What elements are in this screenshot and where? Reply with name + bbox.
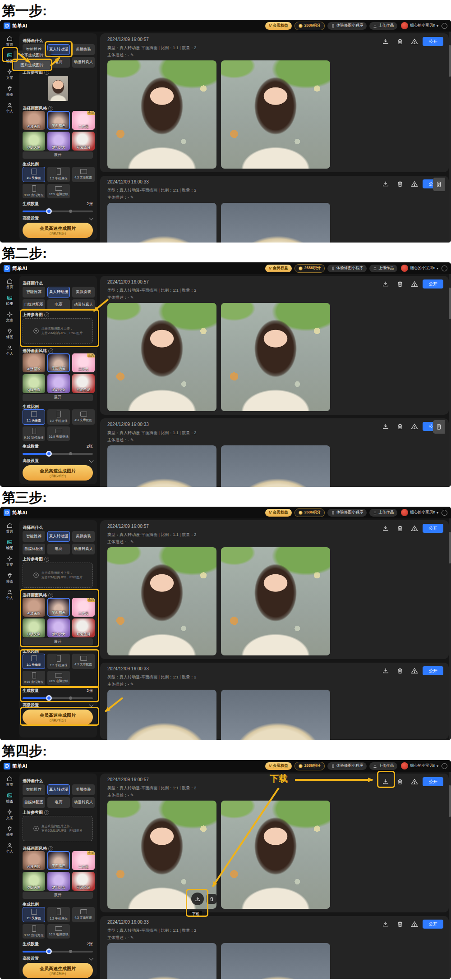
points-button[interactable]: 2686积分 [295, 762, 325, 770]
ratio-button-1-1[interactable]: 1:1 头像图 [23, 167, 45, 182]
report-button[interactable] [411, 423, 418, 430]
style-thumb-christmas[interactable]: 可爱圣诞 [72, 374, 95, 393]
ratio-button-16-9[interactable]: 16:9 电脑壁纸 [47, 184, 70, 198]
sidebar-item-draw[interactable]: 绘图 [0, 293, 19, 307]
choose-button-anime-to-real[interactable]: 动漫转真人 [72, 797, 95, 808]
sidebar-item-home[interactable]: 首页 [0, 34, 19, 48]
download-button[interactable] [382, 38, 389, 45]
sidebar-item-profile[interactable]: 个人 [0, 343, 19, 357]
sidebar-item-profile[interactable]: 个人 [0, 588, 19, 602]
edit-icon[interactable]: ✎ [130, 295, 134, 300]
choose-button-ecommerce[interactable]: 电商 [47, 299, 70, 310]
member-benefits-button[interactable]: V会员权益 [265, 265, 292, 272]
ratio-button-4-3[interactable]: 4:3 文章配图 [72, 167, 95, 182]
generated-image[interactable] [107, 445, 216, 487]
chevron-down-icon[interactable]: ▾ [437, 24, 438, 28]
logout-icon[interactable] [442, 266, 447, 271]
logout-icon[interactable] [442, 763, 447, 769]
generated-image[interactable] [221, 203, 330, 243]
choose-button-media[interactable]: 自媒体配图 [23, 544, 45, 554]
sidebar-item-home[interactable]: 首页 [0, 277, 19, 291]
report-button[interactable] [411, 667, 418, 674]
edit-icon[interactable]: ✎ [130, 935, 134, 940]
style-thumb-flat-illustration[interactable]: 平面插画 [47, 851, 70, 870]
sidebar-item-profile[interactable]: 个人 [0, 101, 19, 115]
choose-button-beauty[interactable]: 美颜换装 [72, 531, 95, 542]
publish-button[interactable]: 公开 [423, 920, 443, 929]
style-thumb-christmas[interactable]: 可爱圣诞 [72, 872, 95, 891]
scrollbar[interactable] [449, 32, 451, 243]
style-thumb-flat-illustration[interactable]: 平面插画 [47, 111, 70, 130]
edit-icon[interactable]: ✎ [130, 438, 134, 442]
choose-button-real-to-anime[interactable]: 真人转动漫 [47, 531, 70, 542]
generate-button[interactable]: 会员高速生成图片(消耗2积分) [23, 963, 93, 978]
choose-button-beauty[interactable]: 美颜换装 [72, 44, 95, 55]
chevron-down-icon[interactable]: ▾ [437, 764, 438, 768]
style-thumb-dream-girl[interactable]: 梦幻少女 [47, 132, 70, 151]
expand-styles-button[interactable]: 展开 [23, 151, 93, 159]
ratio-button-4-3[interactable]: 4:3 文章配图 [72, 409, 95, 425]
miniapp-button[interactable]: 体验修图小程序 [327, 509, 367, 517]
generated-image[interactable] [221, 445, 330, 487]
expand-styles-button[interactable]: 展开 [23, 892, 93, 899]
style-thumb-ai-comic[interactable]: AI漫画脸 [23, 353, 45, 372]
delete-button[interactable] [396, 667, 404, 674]
points-button[interactable]: 2686积分 [295, 22, 325, 30]
chevron-down-icon[interactable]: ▾ [437, 266, 438, 270]
delete-button[interactable] [396, 920, 404, 928]
style-thumb-q-avatar[interactable]: Q版头像 [23, 374, 45, 393]
avatar[interactable] [401, 22, 408, 29]
choose-button-smart[interactable]: 智能推荐 [23, 287, 45, 298]
scrollbar[interactable] [449, 274, 451, 487]
sidebar-item-draw[interactable]: 绘图 [0, 538, 19, 552]
ratio-button-9-16[interactable]: 9:16 宣传海报 [23, 426, 45, 441]
choose-button-media[interactable]: 自媒体配图 [23, 299, 45, 310]
choose-button-beauty[interactable]: 美颜换装 [72, 784, 95, 795]
generated-image[interactable] [221, 547, 330, 655]
style-thumb-dream-girl[interactable]: 梦幻少女 [47, 872, 70, 891]
report-button[interactable] [411, 180, 418, 188]
sidebar-item-profile[interactable]: 个人 [0, 841, 19, 855]
choose-button-smart[interactable]: 智能推荐 [23, 784, 45, 795]
choose-button-ecommerce[interactable]: 电商 [47, 544, 70, 554]
delete-button[interactable] [396, 525, 404, 532]
generated-image[interactable] [107, 547, 216, 655]
advanced-settings-toggle[interactable]: 高级设置 [23, 458, 93, 464]
sidebar-item-retouch[interactable]: 修图 [0, 571, 19, 585]
download-button[interactable] [382, 280, 389, 288]
download-button[interactable] [382, 423, 389, 430]
uploaded-reference-photo[interactable] [48, 76, 68, 101]
style-thumb-flat-illustration[interactable]: 平面插画 [47, 353, 70, 372]
generated-image[interactable] [221, 60, 330, 169]
report-button[interactable] [411, 920, 418, 928]
choose-button-ecommerce[interactable]: 电商 [47, 797, 70, 808]
count-slider-knob[interactable] [46, 208, 52, 214]
miniapp-button[interactable]: 体验修图小程序 [327, 22, 367, 30]
publish-button[interactable]: 公开 [423, 777, 443, 786]
generated-image[interactable] [107, 60, 216, 169]
upload-dropzone[interactable]: 点击或拖拽图片上传，支持20M以内JPG、PNG图片 [23, 563, 93, 588]
report-button[interactable] [411, 280, 418, 288]
style-thumb-2d[interactable]: 会员二次元 [72, 851, 95, 870]
sidebar-item-copywriting[interactable]: 文案 [0, 808, 19, 822]
publish-button[interactable]: 公开 [423, 37, 443, 46]
edit-icon[interactable]: ✎ [130, 195, 134, 200]
generated-image[interactable] [107, 203, 216, 243]
generated-image[interactable] [107, 303, 216, 411]
ratio-button-1-1[interactable]: 1:1 头像图 [23, 907, 45, 922]
member-benefits-button[interactable]: V会员权益 [265, 509, 292, 517]
delete-button[interactable] [396, 180, 404, 188]
style-thumb-ai-comic[interactable]: AI漫画脸 [23, 111, 45, 130]
choose-button-smart[interactable]: 智能推荐 [23, 531, 45, 542]
choose-button-real-to-anime[interactable]: 真人转动漫 [47, 287, 70, 298]
ratio-button-9-16[interactable]: 9:16 宣传海报 [23, 924, 45, 939]
edit-icon[interactable]: ✎ [130, 53, 134, 57]
edit-icon[interactable]: ✎ [130, 793, 134, 797]
member-benefits-button[interactable]: V会员权益 [265, 22, 292, 30]
sidebar-item-retouch[interactable]: 修图 [0, 327, 19, 341]
generated-image[interactable] [221, 943, 330, 979]
generated-image[interactable] [107, 943, 216, 979]
ratio-button-1-2[interactable]: 1:2 手机屏保 [47, 409, 70, 425]
delete-button[interactable] [396, 778, 404, 785]
style-thumb-2d[interactable]: 会员二次元 [72, 111, 95, 130]
